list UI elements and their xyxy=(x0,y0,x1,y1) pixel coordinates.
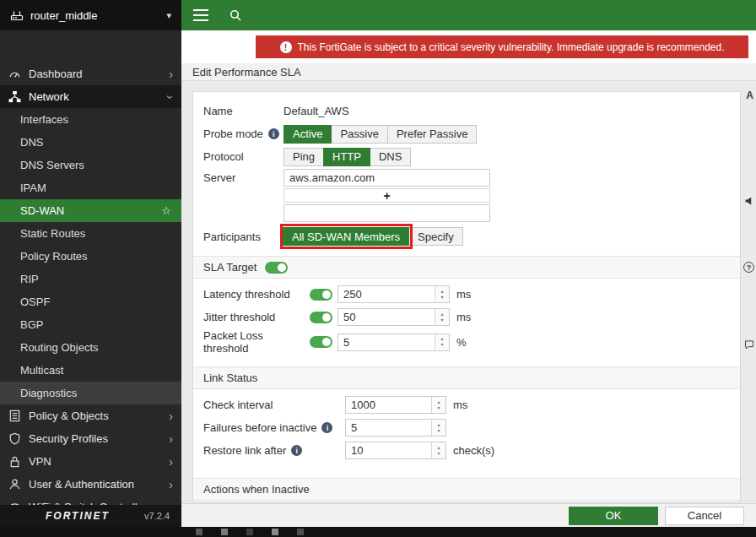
server-input-2[interactable] xyxy=(284,204,490,222)
protocol-dns-button[interactable]: DNS xyxy=(370,148,411,166)
participants-all-members-button[interactable]: All SD-WAN Members xyxy=(283,227,409,246)
stepper-down-icon[interactable]: ▾ xyxy=(440,342,443,348)
latency-toggle[interactable] xyxy=(310,289,332,301)
sidebar-item-label: VPN xyxy=(29,455,51,468)
jitter-toggle[interactable] xyxy=(310,312,332,323)
participants-specify-button[interactable]: Specify xyxy=(408,227,463,246)
sidebar-item-ospf[interactable]: OSPF xyxy=(0,290,181,313)
sidebar-item-user-authentication[interactable]: User & Authentication › xyxy=(0,473,181,496)
taskbar-icon[interactable] xyxy=(272,529,278,535)
stepper-down-icon[interactable]: ▾ xyxy=(437,428,440,434)
stepper-up-icon[interactable]: ▴ xyxy=(437,399,440,405)
hamburger-menu-button[interactable] xyxy=(193,9,208,21)
sidebar-item-interfaces[interactable]: Interfaces xyxy=(0,108,181,131)
annotation-wrapper: All SD-WAN Members xyxy=(284,227,409,246)
help-icon[interactable]: ? xyxy=(743,262,754,273)
failures-input[interactable] xyxy=(346,420,431,436)
sidebar-item-label: DNS xyxy=(20,136,43,149)
sidebar-item-rip[interactable]: RIP xyxy=(0,268,181,290)
packet-loss-stepper[interactable]: ▴ ▾ xyxy=(435,334,449,350)
taskbar-icon[interactable] xyxy=(221,529,228,535)
banner-zone: ! This FortiGate is subject to a critica… xyxy=(181,30,756,63)
sidebar-item-sd-wan[interactable]: SD-WAN ☆ xyxy=(0,199,181,222)
sidebar-item-static-routes[interactable]: Static Routes xyxy=(0,222,181,245)
cancel-button[interactable]: Cancel xyxy=(665,507,744,525)
chevron-right-icon: › xyxy=(169,433,173,445)
protocol-segmented-control: Ping HTTP DNS xyxy=(284,148,411,166)
failures-stepper[interactable]: ▴ ▾ xyxy=(431,420,446,436)
packet-loss-input[interactable] xyxy=(338,334,435,350)
stepper-down-icon[interactable]: ▾ xyxy=(437,405,440,411)
stepper-up-icon[interactable]: ▴ xyxy=(440,289,443,295)
protocol-http-button[interactable]: HTTP xyxy=(323,148,370,166)
sidebar-item-label: User & Authentication xyxy=(29,478,134,491)
font-size-widget-icon[interactable]: A xyxy=(746,90,753,101)
stepper-up-icon[interactable]: ▴ xyxy=(440,336,443,342)
chevron-right-icon: › xyxy=(169,479,173,491)
stepper-up-icon[interactable]: ▴ xyxy=(440,312,443,317)
latency-input[interactable] xyxy=(338,286,435,302)
stepper-down-icon[interactable]: ▾ xyxy=(437,451,440,457)
restore-input[interactable] xyxy=(346,442,431,458)
jitter-stepper[interactable]: ▴ ▾ xyxy=(435,309,449,325)
sla-target-toggle[interactable] xyxy=(265,262,288,274)
server-row: Server + xyxy=(203,169,730,222)
sidebar-item-ipam[interactable]: IPAM xyxy=(0,176,181,199)
check-interval-input-wrap: ▴ ▾ xyxy=(345,396,446,414)
latency-threshold-label: Latency threshold xyxy=(203,288,310,301)
info-icon[interactable]: i xyxy=(268,128,279,139)
vulnerability-alert-banner[interactable]: ! This FortiGate is subject to a critica… xyxy=(256,35,748,58)
packet-loss-unit: % xyxy=(456,336,467,349)
alert-exclamation-icon: ! xyxy=(280,41,292,53)
taskbar-icon[interactable] xyxy=(246,529,253,535)
taskbar-icon[interactable] xyxy=(297,529,304,535)
sidebar-item-network[interactable]: Network › xyxy=(0,85,181,108)
probe-mode-active-button[interactable]: Active xyxy=(284,125,332,144)
probe-mode-row: Probe mode i Active Passive Prefer Passi… xyxy=(203,123,730,144)
sidebar-item-policy-objects[interactable]: Policy & Objects › xyxy=(0,404,181,427)
sidebar-item-label: Policy Routes xyxy=(20,250,87,263)
sidebar-item-multicast[interactable]: Multicast xyxy=(0,359,181,382)
chat-bubble-icon[interactable] xyxy=(744,339,754,350)
sidebar-item-diagnostics[interactable]: Diagnostics xyxy=(0,382,181,404)
sidebar-item-bgp[interactable]: BGP xyxy=(0,313,181,336)
restore-input-wrap: ▴ ▾ xyxy=(345,442,446,459)
restore-stepper[interactable]: ▴ ▾ xyxy=(431,442,446,458)
server-label: Server xyxy=(203,171,284,184)
latency-input-wrap: ▴ ▾ xyxy=(338,285,450,303)
pin-star-icon[interactable]: ☆ xyxy=(161,204,171,217)
add-server-button[interactable]: + xyxy=(284,188,490,203)
protocol-row: Protocol Ping HTTP DNS xyxy=(203,146,730,167)
sidebar-item-security-profiles[interactable]: Security Profiles › xyxy=(0,427,181,450)
sidebar-item-policy-routes[interactable]: Policy Routes xyxy=(0,245,181,268)
sidebar-item-vpn[interactable]: VPN › xyxy=(0,450,181,473)
check-interval-input[interactable] xyxy=(346,397,431,413)
probe-mode-prefer-passive-button[interactable]: Prefer Passive xyxy=(387,125,478,144)
sidebar-item-dashboard[interactable]: Dashboard › xyxy=(0,62,181,85)
latency-stepper[interactable]: ▴ ▾ xyxy=(435,286,449,302)
sidebar-item-label: Multicast xyxy=(20,364,63,377)
jitter-input[interactable] xyxy=(338,309,435,325)
server-input[interactable] xyxy=(284,169,490,187)
info-icon[interactable]: i xyxy=(291,445,302,456)
announcements-icon[interactable] xyxy=(744,196,754,206)
sidebar-item-label: Interfaces xyxy=(20,113,68,126)
device-selector[interactable]: router_middle ▾ xyxy=(0,0,181,30)
ok-button[interactable]: OK xyxy=(569,507,658,525)
check-interval-stepper[interactable]: ▴ ▾ xyxy=(431,397,446,413)
sidebar-item-dns[interactable]: DNS xyxy=(0,131,181,154)
taskbar-icon[interactable] xyxy=(196,529,202,535)
sidebar-item-routing-objects[interactable]: Routing Objects xyxy=(0,336,181,359)
packet-loss-threshold-row: Packet Loss threshold ▴ ▾ % xyxy=(203,329,730,355)
probe-mode-passive-button[interactable]: Passive xyxy=(331,125,388,144)
search-button[interactable] xyxy=(229,8,242,22)
sla-target-section-header: SLA Target xyxy=(193,256,740,279)
stepper-up-icon[interactable]: ▴ xyxy=(437,422,440,428)
info-icon[interactable]: i xyxy=(321,422,332,433)
stepper-down-icon[interactable]: ▾ xyxy=(440,295,443,301)
packet-loss-toggle[interactable] xyxy=(310,336,332,348)
stepper-down-icon[interactable]: ▾ xyxy=(440,317,443,323)
sidebar-item-dns-servers[interactable]: DNS Servers xyxy=(0,154,181,176)
stepper-up-icon[interactable]: ▴ xyxy=(437,445,440,451)
protocol-ping-button[interactable]: Ping xyxy=(284,148,324,166)
